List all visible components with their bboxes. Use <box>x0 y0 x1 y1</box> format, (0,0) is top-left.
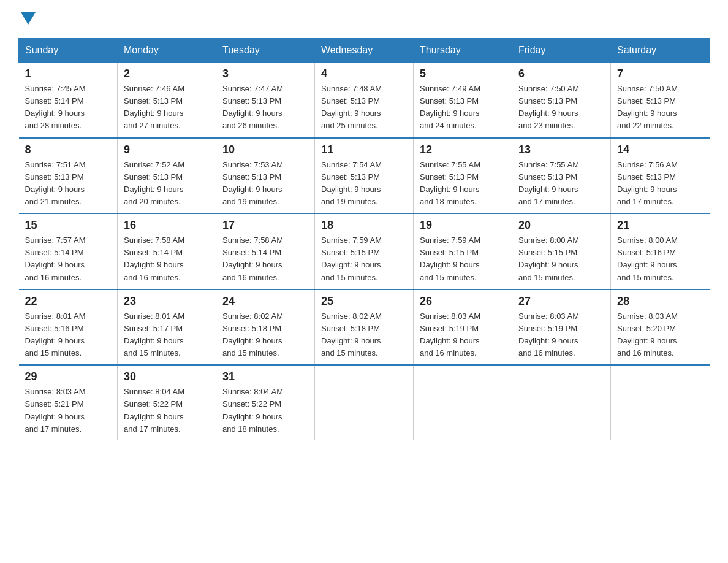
header-thursday: Thursday <box>414 39 512 63</box>
day-info: Sunrise: 8:03 AMSunset: 5:20 PMDaylight:… <box>617 312 678 358</box>
day-number: 26 <box>420 295 506 308</box>
day-info: Sunrise: 8:03 AMSunset: 5:19 PMDaylight:… <box>420 312 480 358</box>
week-row-1: 1 Sunrise: 7:45 AMSunset: 5:14 PMDayligh… <box>19 63 710 138</box>
day-info: Sunrise: 7:46 AMSunset: 5:13 PMDaylight:… <box>124 84 184 130</box>
calendar-cell: 11 Sunrise: 7:54 AMSunset: 5:13 PMDaylig… <box>315 138 414 214</box>
calendar-cell: 15 Sunrise: 7:57 AMSunset: 5:14 PMDaylig… <box>19 213 118 289</box>
day-info: Sunrise: 7:55 AMSunset: 5:13 PMDaylight:… <box>518 160 579 206</box>
calendar-cell: 25 Sunrise: 8:02 AMSunset: 5:18 PMDaylig… <box>315 289 414 366</box>
calendar-cell: 20 Sunrise: 8:00 AMSunset: 5:15 PMDaylig… <box>512 213 611 289</box>
day-info: Sunrise: 8:02 AMSunset: 5:18 PMDaylight:… <box>222 312 283 358</box>
day-number: 2 <box>124 67 210 80</box>
calendar-cell: 2 Sunrise: 7:46 AMSunset: 5:13 PMDayligh… <box>118 63 216 138</box>
calendar-cell: 30 Sunrise: 8:04 AMSunset: 5:22 PMDaylig… <box>118 365 216 440</box>
day-info: Sunrise: 8:03 AMSunset: 5:19 PMDaylight:… <box>518 312 579 358</box>
day-info: Sunrise: 8:00 AMSunset: 5:16 PMDaylight:… <box>617 236 678 282</box>
header-wednesday: Wednesday <box>315 39 414 63</box>
day-number: 19 <box>420 219 506 232</box>
day-info: Sunrise: 8:03 AMSunset: 5:21 PMDaylight:… <box>25 387 86 433</box>
calendar-cell: 10 Sunrise: 7:53 AMSunset: 5:13 PMDaylig… <box>216 138 315 214</box>
day-number: 8 <box>25 144 112 156</box>
calendar-cell: 9 Sunrise: 7:52 AMSunset: 5:13 PMDayligh… <box>118 138 216 214</box>
day-number: 15 <box>25 219 112 232</box>
calendar-table: SundayMondayTuesdayWednesdayThursdayFrid… <box>18 38 710 440</box>
day-info: Sunrise: 7:53 AMSunset: 5:13 PMDaylight:… <box>222 160 283 206</box>
day-number: 18 <box>321 219 407 232</box>
calendar-cell: 14 Sunrise: 7:56 AMSunset: 5:13 PMDaylig… <box>611 138 710 214</box>
day-info: Sunrise: 8:00 AMSunset: 5:15 PMDaylight:… <box>518 236 579 282</box>
calendar-cell: 1 Sunrise: 7:45 AMSunset: 5:14 PMDayligh… <box>19 63 118 138</box>
week-row-2: 8 Sunrise: 7:51 AMSunset: 5:13 PMDayligh… <box>19 138 710 214</box>
day-info: Sunrise: 7:54 AMSunset: 5:13 PMDaylight:… <box>321 160 382 206</box>
day-number: 9 <box>124 144 210 156</box>
calendar-cell <box>414 365 512 440</box>
day-info: Sunrise: 7:59 AMSunset: 5:15 PMDaylight:… <box>321 236 382 282</box>
day-number: 20 <box>518 219 604 232</box>
day-number: 14 <box>617 144 703 156</box>
day-info: Sunrise: 7:45 AMSunset: 5:14 PMDaylight:… <box>25 84 86 130</box>
day-number: 22 <box>25 295 112 308</box>
day-number: 16 <box>124 219 210 232</box>
calendar-cell: 31 Sunrise: 8:04 AMSunset: 5:22 PMDaylig… <box>216 365 315 440</box>
calendar-cell: 24 Sunrise: 8:02 AMSunset: 5:18 PMDaylig… <box>216 289 315 366</box>
calendar-cell: 5 Sunrise: 7:49 AMSunset: 5:13 PMDayligh… <box>414 63 512 138</box>
calendar-cell: 17 Sunrise: 7:58 AMSunset: 5:14 PMDaylig… <box>216 213 315 289</box>
calendar-cell: 21 Sunrise: 8:00 AMSunset: 5:16 PMDaylig… <box>611 213 710 289</box>
calendar-cell <box>315 365 414 440</box>
day-info: Sunrise: 7:48 AMSunset: 5:13 PMDaylight:… <box>321 84 382 130</box>
calendar-cell: 29 Sunrise: 8:03 AMSunset: 5:21 PMDaylig… <box>19 365 118 440</box>
week-row-4: 22 Sunrise: 8:01 AMSunset: 5:16 PMDaylig… <box>19 289 710 366</box>
calendar-cell: 16 Sunrise: 7:58 AMSunset: 5:14 PMDaylig… <box>118 213 216 289</box>
calendar-cell: 22 Sunrise: 8:01 AMSunset: 5:16 PMDaylig… <box>19 289 118 366</box>
calendar-cell <box>512 365 611 440</box>
week-row-3: 15 Sunrise: 7:57 AMSunset: 5:14 PMDaylig… <box>19 213 710 289</box>
day-info: Sunrise: 8:04 AMSunset: 5:22 PMDaylight:… <box>222 387 283 433</box>
day-number: 17 <box>222 219 308 232</box>
day-info: Sunrise: 7:50 AMSunset: 5:13 PMDaylight:… <box>617 84 678 130</box>
logo-triangle-icon <box>21 12 36 25</box>
calendar-cell: 19 Sunrise: 7:59 AMSunset: 5:15 PMDaylig… <box>414 213 512 289</box>
day-number: 21 <box>617 219 703 232</box>
day-number: 27 <box>518 295 604 308</box>
day-number: 28 <box>617 295 703 308</box>
day-number: 25 <box>321 295 407 308</box>
calendar-cell: 8 Sunrise: 7:51 AMSunset: 5:13 PMDayligh… <box>19 138 118 214</box>
page-header <box>18 12 710 26</box>
day-info: Sunrise: 7:52 AMSunset: 5:13 PMDaylight:… <box>124 160 184 206</box>
day-number: 24 <box>222 295 308 308</box>
day-number: 30 <box>124 370 210 383</box>
header-tuesday: Tuesday <box>216 39 315 63</box>
day-info: Sunrise: 8:01 AMSunset: 5:17 PMDaylight:… <box>124 312 184 358</box>
day-number: 12 <box>420 144 506 156</box>
logo-blue-text <box>18 12 36 26</box>
calendar-cell: 6 Sunrise: 7:50 AMSunset: 5:13 PMDayligh… <box>512 63 611 138</box>
header-saturday: Saturday <box>611 39 710 63</box>
day-info: Sunrise: 7:47 AMSunset: 5:13 PMDaylight:… <box>222 84 283 130</box>
calendar-cell: 23 Sunrise: 8:01 AMSunset: 5:17 PMDaylig… <box>118 289 216 366</box>
calendar-cell: 27 Sunrise: 8:03 AMSunset: 5:19 PMDaylig… <box>512 289 611 366</box>
calendar-cell: 4 Sunrise: 7:48 AMSunset: 5:13 PMDayligh… <box>315 63 414 138</box>
day-info: Sunrise: 7:49 AMSunset: 5:13 PMDaylight:… <box>420 84 480 130</box>
header-friday: Friday <box>512 39 611 63</box>
calendar-cell: 12 Sunrise: 7:55 AMSunset: 5:13 PMDaylig… <box>414 138 512 214</box>
day-info: Sunrise: 8:02 AMSunset: 5:18 PMDaylight:… <box>321 312 382 358</box>
day-number: 3 <box>222 67 308 80</box>
header-sunday: Sunday <box>19 39 118 63</box>
calendar-cell <box>611 365 710 440</box>
day-number: 5 <box>420 67 506 80</box>
week-row-5: 29 Sunrise: 8:03 AMSunset: 5:21 PMDaylig… <box>19 365 710 440</box>
calendar-cell: 18 Sunrise: 7:59 AMSunset: 5:15 PMDaylig… <box>315 213 414 289</box>
day-number: 1 <box>25 67 112 80</box>
day-info: Sunrise: 7:57 AMSunset: 5:14 PMDaylight:… <box>25 236 86 282</box>
calendar-header-row: SundayMondayTuesdayWednesdayThursdayFrid… <box>19 39 710 63</box>
day-number: 23 <box>124 295 210 308</box>
day-number: 11 <box>321 144 407 156</box>
calendar-cell: 26 Sunrise: 8:03 AMSunset: 5:19 PMDaylig… <box>414 289 512 366</box>
calendar-cell: 28 Sunrise: 8:03 AMSunset: 5:20 PMDaylig… <box>611 289 710 366</box>
day-info: Sunrise: 7:59 AMSunset: 5:15 PMDaylight:… <box>420 236 480 282</box>
day-info: Sunrise: 7:55 AMSunset: 5:13 PMDaylight:… <box>420 160 480 206</box>
calendar-cell: 13 Sunrise: 7:55 AMSunset: 5:13 PMDaylig… <box>512 138 611 214</box>
header-monday: Monday <box>118 39 216 63</box>
logo <box>18 12 36 26</box>
day-number: 10 <box>222 144 308 156</box>
